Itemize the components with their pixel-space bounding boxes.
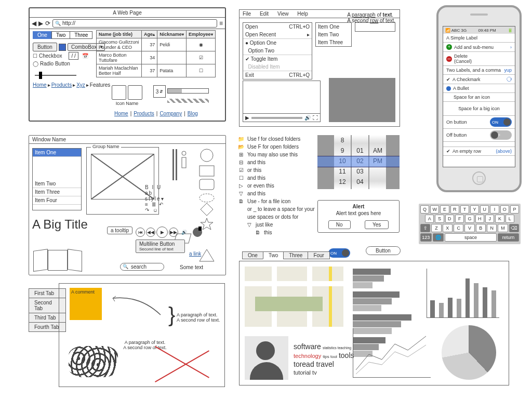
- tree-row[interactable]: ⊟and this: [238, 158, 315, 166]
- map-placeholder[interactable]: [245, 267, 343, 327]
- list-row[interactable]: On buttonON: [443, 116, 515, 129]
- key[interactable]: ⇧: [420, 224, 430, 232]
- key[interactable]: K: [495, 215, 504, 223]
- tree-row[interactable]: ☑or this: [238, 166, 315, 174]
- back-icon[interactable]: ◀: [32, 20, 36, 27]
- tree-row[interactable]: 🗎Use - for a file icon: [238, 197, 315, 205]
- tree-row[interactable]: 📂Use F for open folders: [238, 143, 315, 151]
- nav-link[interactable]: Products: [134, 111, 154, 116]
- tab[interactable]: One: [242, 251, 263, 259]
- sticky-note[interactable]: A comment: [70, 288, 102, 320]
- key[interactable]: T: [460, 205, 469, 214]
- key[interactable]: Q: [420, 205, 429, 214]
- number-stepper[interactable]: 3: [153, 85, 166, 98]
- link[interactable]: a link: [189, 251, 201, 257]
- key-return[interactable]: return: [498, 233, 519, 242]
- rewind-icon[interactable]: ◀◀: [146, 228, 155, 237]
- key[interactable]: Y: [470, 205, 479, 214]
- home-button[interactable]: [472, 171, 486, 185]
- list-row[interactable]: A Simple Label: [443, 34, 515, 43]
- key[interactable]: D: [445, 215, 454, 223]
- coverflow[interactable]: [33, 250, 82, 271]
- key[interactable]: R: [450, 205, 459, 214]
- key[interactable]: U: [480, 205, 489, 214]
- menu-view[interactable]: View: [277, 11, 289, 17]
- address-bar[interactable]: 🔍http://: [52, 19, 217, 28]
- menu-item[interactable]: Option Two: [243, 47, 312, 55]
- list-row[interactable]: –Delete(Cancel): [443, 52, 515, 66]
- tree-row[interactable]: ▷or even this: [238, 182, 315, 190]
- key[interactable]: I: [490, 205, 499, 214]
- search-input[interactable]: search: [120, 263, 164, 271]
- list-row[interactable]: Off buttonOFF: [443, 129, 515, 142]
- color-chip[interactable]: [59, 44, 66, 51]
- volume-icon[interactable]: 🔊: [179, 228, 189, 237]
- list-row[interactable]: +Add and sub-menu›: [443, 43, 515, 52]
- tree-row[interactable]: ▽just like: [238, 221, 315, 229]
- forward-icon[interactable]: ▶▶: [169, 228, 178, 237]
- tree-row[interactable]: 📁Use f for closed folders: [238, 135, 315, 143]
- key[interactable]: Z: [431, 224, 441, 232]
- nav-link[interactable]: Blog: [188, 111, 198, 116]
- key-space[interactable]: space: [445, 233, 497, 242]
- key-globe[interactable]: 🌐: [433, 233, 444, 242]
- calendar-icon[interactable]: 📅: [82, 53, 88, 59]
- menu-item[interactable]: ExitCTRL+Q: [243, 71, 312, 79]
- key[interactable]: P: [510, 205, 519, 214]
- menu-item[interactable]: ✔ Toggle Item: [243, 55, 312, 63]
- key[interactable]: O: [500, 205, 509, 214]
- list-item[interactable]: Item Four: [33, 196, 81, 205]
- list-item[interactable]: Item One: [33, 149, 81, 157]
- date-field[interactable]: / /: [69, 52, 78, 60]
- play-icon[interactable]: ▶: [245, 115, 249, 121]
- key[interactable]: M: [498, 224, 508, 232]
- list-item[interactable]: Item One: [316, 23, 351, 31]
- tab[interactable]: Four: [308, 251, 330, 259]
- nav-link[interactable]: Home: [114, 111, 128, 116]
- list-row[interactable]: ✔ An empty row(above): [443, 147, 515, 156]
- key[interactable]: N: [487, 224, 497, 232]
- list-item[interactable]: Item Three: [33, 188, 81, 196]
- menu-item[interactable]: Open Recent▸: [243, 31, 312, 38]
- volume-icon[interactable]: 🔊: [304, 115, 311, 121]
- prev-icon[interactable]: ⏮: [136, 228, 145, 237]
- toggle-switch[interactable]: ON: [328, 248, 350, 258]
- list-row[interactable]: Space for an icon: [443, 93, 515, 102]
- text-input[interactable]: [355, 22, 395, 32]
- menu-item[interactable]: OpenCTRL+O: [243, 23, 312, 31]
- key[interactable]: S: [435, 215, 444, 223]
- tree-row[interactable]: ☐and this: [238, 174, 315, 182]
- no-button[interactable]: No: [328, 220, 351, 229]
- key[interactable]: A: [425, 215, 434, 223]
- tree-row[interactable]: ⊞You may also use this: [238, 151, 315, 158]
- list-row[interactable]: A Bullet: [443, 84, 515, 93]
- yes-button[interactable]: Yes: [365, 220, 389, 229]
- tab[interactable]: Two: [263, 251, 284, 259]
- key-123[interactable]: 123: [420, 233, 432, 242]
- tab[interactable]: Three: [283, 251, 308, 259]
- menu-item[interactable]: ● Option One: [243, 39, 312, 47]
- richtext-toolbar[interactable]: B I U ab style▾ ≡ ≣ ↶ ↷ ☺: [145, 184, 165, 213]
- list-item[interactable]: Item Three: [316, 38, 351, 46]
- tab-three[interactable]: Three: [70, 31, 92, 39]
- crumb[interactable]: Home: [33, 82, 47, 88]
- tree-row[interactable]: ▽and this: [238, 190, 315, 197]
- menu-edit[interactable]: Edit: [260, 11, 269, 17]
- key[interactable]: W: [430, 205, 439, 214]
- tab-two[interactable]: Two: [51, 31, 70, 39]
- key[interactable]: H: [475, 215, 484, 223]
- key[interactable]: ⌫: [509, 224, 519, 232]
- fullscreen-icon[interactable]: ⛶: [313, 115, 318, 121]
- tree-row[interactable]: or _ to leave a space for your: [238, 205, 315, 213]
- list-row[interactable]: ✔ A Checkmark⃝›: [443, 75, 515, 84]
- multiline-button[interactable]: Multiline ButtonSecond line of text: [136, 240, 185, 253]
- key[interactable]: B: [476, 224, 486, 232]
- crumb[interactable]: Products: [51, 82, 72, 88]
- key[interactable]: E: [440, 205, 449, 214]
- list-item[interactable]: Item Two: [33, 180, 81, 188]
- tree-row[interactable]: use spaces or dots for: [238, 213, 315, 221]
- key[interactable]: C: [454, 224, 463, 232]
- tab-one[interactable]: One: [33, 31, 52, 39]
- key[interactable]: J: [485, 215, 494, 223]
- play-icon[interactable]: ▶: [156, 227, 168, 238]
